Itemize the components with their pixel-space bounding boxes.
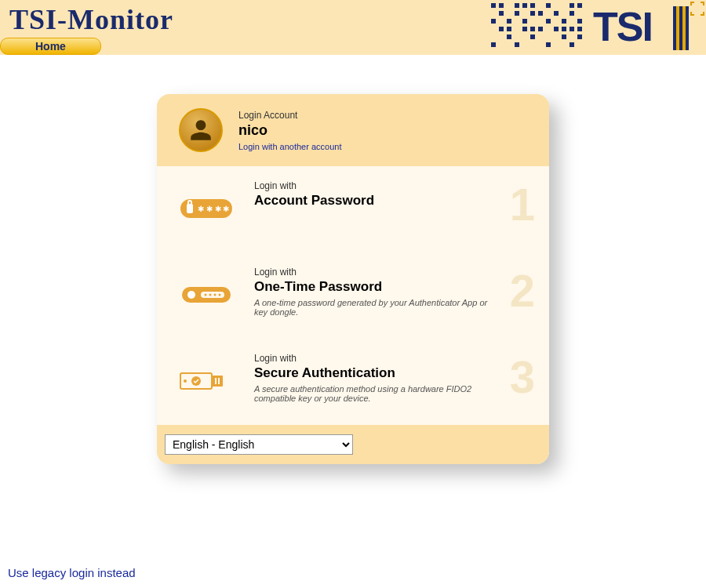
method-body: Login with Account Password [254, 180, 527, 209]
nav-bar: Home [0, 38, 101, 55]
method-body: Login with One-Time Password A one-time … [254, 267, 527, 317]
svg-rect-33 [491, 42, 496, 47]
svg-rect-42 [682, 6, 686, 50]
svg-rect-1 [499, 3, 504, 8]
login-account-label: Login Account [238, 110, 341, 121]
svg-rect-31 [562, 34, 566, 39]
svg-text:✱ ✱ ✱ ✱ ✱: ✱ ✱ ✱ ✱ ✱ [198, 205, 234, 213]
svg-rect-35 [546, 42, 551, 47]
method-description: A secure authentication method using a h… [254, 384, 496, 403]
method-number: 3 [510, 354, 535, 400]
method-title: One-Time Password [254, 279, 496, 295]
svg-rect-39 [679, 6, 682, 50]
user-icon [187, 117, 214, 143]
svg-rect-7 [577, 3, 582, 8]
svg-text:TSI: TSI [593, 4, 652, 49]
svg-rect-0 [491, 3, 496, 8]
svg-rect-36 [570, 42, 574, 47]
svg-point-50 [205, 294, 207, 296]
svg-rect-9 [515, 11, 519, 16]
svg-rect-12 [554, 11, 559, 16]
svg-rect-15 [507, 19, 511, 24]
svg-rect-21 [507, 27, 511, 31]
svg-rect-4 [530, 3, 535, 8]
login-card: Login Account nico Login with another ac… [157, 94, 549, 464]
svg-rect-6 [570, 3, 574, 8]
method-description: A one-time password generated by your Au… [254, 298, 496, 317]
svg-rect-8 [499, 11, 504, 16]
svg-rect-26 [562, 27, 566, 31]
method-number: 2 [510, 268, 535, 314]
password-icon: ✱ ✱ ✱ ✱ ✱ [179, 193, 234, 224]
svg-rect-24 [538, 27, 543, 31]
svg-rect-32 [577, 34, 582, 39]
card-header: Login Account nico Login with another ac… [157, 94, 549, 166]
svg-rect-58 [215, 378, 217, 384]
method-password[interactable]: ✱ ✱ ✱ ✱ ✱ Login with Account Password 1 [157, 166, 549, 252]
svg-rect-20 [499, 27, 504, 31]
svg-rect-41 [676, 6, 679, 50]
security-key-icon [179, 365, 234, 397]
nav-home-link[interactable]: Home [0, 38, 101, 55]
method-body: Login with Secure Authentication A secur… [254, 353, 527, 403]
method-prefix: Login with [254, 267, 496, 278]
svg-rect-34 [515, 42, 519, 47]
svg-point-51 [209, 294, 212, 296]
svg-point-56 [184, 379, 187, 383]
account-info: Login Account nico Login with another ac… [238, 110, 341, 151]
svg-rect-18 [562, 19, 566, 24]
svg-rect-38 [673, 6, 676, 50]
svg-rect-3 [522, 3, 527, 8]
svg-rect-16 [522, 19, 527, 24]
switch-account-link[interactable]: Login with another account [238, 142, 341, 151]
svg-rect-22 [522, 27, 527, 31]
svg-rect-13 [570, 11, 574, 16]
method-number: 1 [510, 182, 535, 227]
avatar [179, 108, 223, 152]
card-footer: English - English [157, 425, 549, 464]
svg-rect-2 [515, 3, 519, 8]
svg-rect-40 [686, 6, 689, 50]
svg-rect-17 [546, 19, 551, 24]
svg-rect-5 [546, 3, 551, 8]
svg-rect-11 [538, 11, 543, 16]
svg-rect-19 [577, 19, 582, 24]
header-logo: TSI [491, 2, 703, 53]
svg-rect-28 [577, 27, 582, 31]
svg-rect-10 [530, 11, 535, 16]
svg-rect-25 [554, 27, 559, 31]
username-display: nico [238, 122, 341, 139]
fullscreen-icon[interactable] [690, 2, 704, 16]
svg-point-53 [219, 294, 221, 296]
method-prefix: Login with [254, 180, 496, 191]
svg-point-48 [187, 291, 195, 299]
otp-icon [179, 279, 234, 310]
login-methods: ✱ ✱ ✱ ✱ ✱ Login with Account Password 1 [157, 166, 549, 425]
method-prefix: Login with [254, 353, 496, 364]
method-secure-auth[interactable]: Login with Secure Authentication A secur… [157, 339, 549, 425]
method-otp[interactable]: Login with One-Time Password A one-time … [157, 252, 549, 339]
svg-rect-57 [212, 376, 223, 387]
svg-rect-59 [218, 378, 220, 384]
svg-rect-27 [570, 27, 574, 31]
method-title: Secure Authentication [254, 365, 496, 381]
svg-rect-29 [507, 34, 511, 39]
svg-rect-14 [491, 19, 496, 24]
svg-rect-23 [530, 27, 535, 31]
svg-point-52 [214, 294, 217, 296]
language-select[interactable]: English - English [165, 434, 353, 455]
method-title: Account Password [254, 193, 496, 209]
svg-rect-30 [530, 34, 535, 39]
app-header: TSI-Monitor Home [0, 0, 706, 55]
legacy-login-link[interactable]: Use legacy login instead [8, 566, 136, 579]
